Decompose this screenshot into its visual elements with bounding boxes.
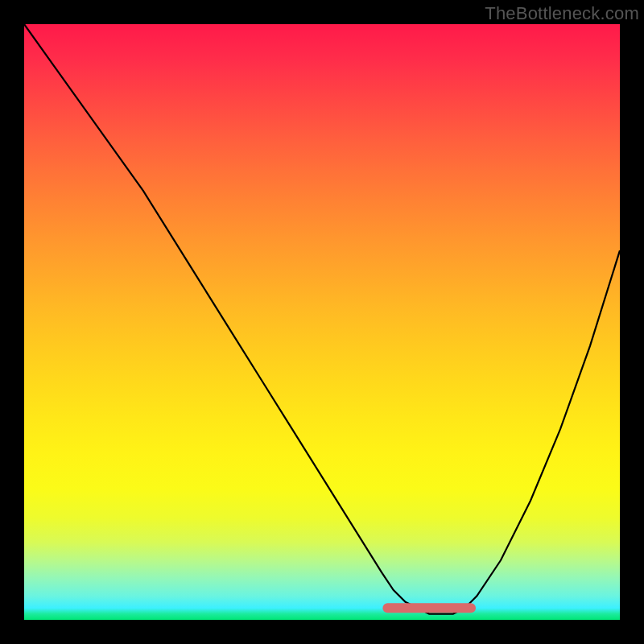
chart-container: TheBottleneck.com	[0, 0, 644, 644]
watermark-text: TheBottleneck.com	[485, 3, 639, 24]
chart-svg	[24, 24, 620, 620]
plot-area	[24, 24, 620, 620]
bottleneck-curve	[24, 24, 620, 614]
